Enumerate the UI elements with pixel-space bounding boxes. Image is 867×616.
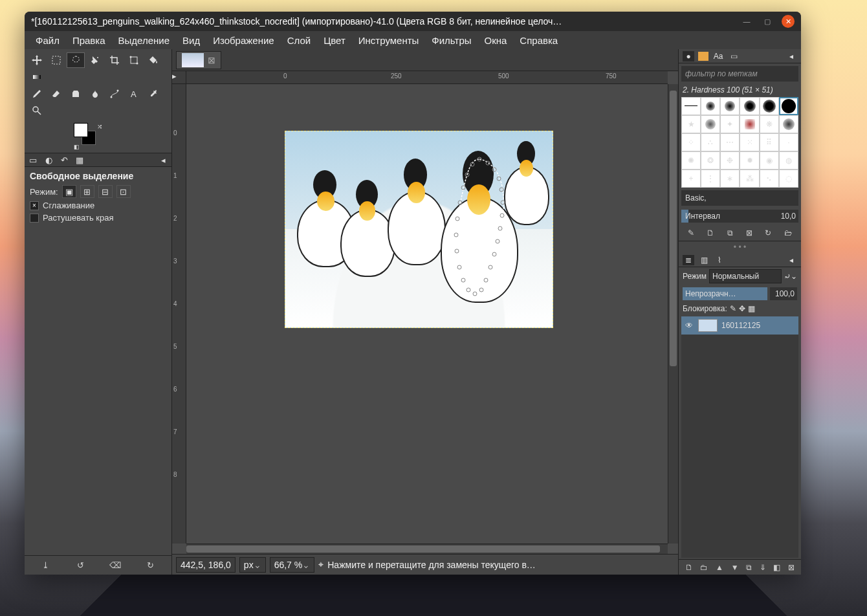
brush-item[interactable]: ★: [681, 115, 701, 133]
brush-item[interactable]: ⁙: [740, 133, 759, 151]
antialias-checkbox[interactable]: ×Сглаживание: [30, 201, 166, 210]
status-zoom-dropdown[interactable]: 66,7 %: [270, 557, 315, 573]
layer-tab-menu-icon[interactable]: ◂: [785, 255, 797, 265]
brush-new-icon[interactable]: 🗋: [707, 228, 714, 237]
tab-menu-icon[interactable]: ◂: [157, 155, 169, 165]
brush-preset-dropdown[interactable]: Basic,: [681, 190, 798, 206]
menu-image[interactable]: Изображение: [207, 33, 280, 48]
dock-separator[interactable]: • • •: [679, 241, 801, 253]
maximize-button[interactable]: ▢: [761, 15, 774, 28]
layer-mask-icon[interactable]: ◧: [773, 563, 780, 572]
tab-paths[interactable]: ⌇: [714, 255, 725, 265]
horizontal-scrollbar[interactable]: [186, 544, 668, 554]
color-swatches[interactable]: ⤭ ◧: [74, 123, 105, 149]
brush-item[interactable]: ⋮: [701, 170, 720, 188]
minimize-button[interactable]: —: [740, 15, 753, 28]
brush-item[interactable]: ❋: [760, 115, 779, 133]
tab-images[interactable]: ▦: [74, 155, 85, 165]
tab-undo-history[interactable]: ↶: [58, 155, 70, 165]
vertical-ruler[interactable]: 0 1 2 3 4 5 6 7 8: [172, 84, 186, 544]
menu-windows[interactable]: Окна: [479, 33, 513, 48]
brush-item[interactable]: [740, 115, 759, 133]
layer-visibility-icon[interactable]: 👁: [684, 321, 694, 330]
delete-preset-icon[interactable]: ⌫: [109, 559, 122, 572]
brush-item[interactable]: ⁘: [681, 133, 701, 151]
brush-item[interactable]: ⁂: [740, 170, 759, 188]
brush-item[interactable]: ·: [779, 133, 798, 151]
mode-replace-icon[interactable]: ▣: [62, 185, 76, 198]
brush-item[interactable]: ⠢: [760, 170, 779, 188]
free-select-tool[interactable]: [67, 52, 85, 68]
layer-up-icon[interactable]: ▲: [716, 563, 723, 572]
tab-device-status[interactable]: ◐: [43, 155, 54, 165]
brush-item[interactable]: ◍: [779, 151, 798, 170]
crop-tool[interactable]: [105, 52, 124, 68]
brush-item[interactable]: [720, 97, 740, 115]
brush-tab-menu-icon[interactable]: ◂: [785, 51, 797, 61]
text-tool[interactable]: A: [125, 86, 143, 102]
feather-checkbox[interactable]: Растушевать края: [30, 213, 166, 223]
brush-item[interactable]: ✹: [740, 151, 759, 170]
mode-add-icon[interactable]: ⊞: [80, 185, 94, 198]
lock-pixels-icon[interactable]: ✎: [730, 304, 736, 313]
tab-tool-options[interactable]: ▭: [27, 155, 39, 165]
menu-edit[interactable]: Правка: [67, 33, 111, 48]
brush-item[interactable]: ✦: [720, 115, 740, 133]
pencil-tool[interactable]: [28, 86, 46, 102]
tab-channels[interactable]: ▥: [698, 255, 710, 265]
brush-item[interactable]: [760, 97, 779, 115]
color-picker-tool[interactable]: [144, 86, 162, 102]
tab-layers[interactable]: ≣: [683, 255, 694, 265]
layer-duplicate-icon[interactable]: ⧉: [746, 563, 752, 572]
brush-item[interactable]: ∴: [701, 133, 720, 151]
menu-filters[interactable]: Фильтры: [426, 33, 477, 48]
zoom-tool[interactable]: [28, 103, 46, 118]
lock-position-icon[interactable]: ✥: [739, 304, 745, 313]
brush-item[interactable]: [701, 115, 720, 133]
status-units-dropdown[interactable]: px: [239, 557, 266, 573]
mode-subtract-icon[interactable]: ⊟: [98, 185, 113, 198]
brush-delete-icon[interactable]: ⊠: [746, 228, 752, 237]
path-tool[interactable]: [105, 86, 124, 102]
layer-item[interactable]: 👁 160112125: [681, 316, 798, 335]
fuzzy-select-tool[interactable]: [86, 52, 104, 68]
layer-mode-dropdown[interactable]: Нормальный: [709, 269, 782, 283]
gradient-tool[interactable]: [28, 69, 46, 85]
layer-delete-icon[interactable]: ⊠: [788, 563, 795, 572]
restore-preset-icon[interactable]: ↺: [74, 559, 87, 572]
layer-name[interactable]: 160112125: [721, 321, 796, 330]
reset-preset-icon[interactable]: ↻: [144, 559, 157, 572]
menu-color[interactable]: Цвет: [318, 33, 351, 48]
brush-duplicate-icon[interactable]: ⧉: [727, 228, 733, 237]
brush-item[interactable]: ❉: [720, 151, 740, 170]
brush-filter-input[interactable]: фильтр по меткам: [681, 66, 798, 82]
brush-edit-icon[interactable]: ✎: [688, 228, 694, 237]
brush-item[interactable]: [740, 97, 759, 115]
brush-item[interactable]: ❂: [701, 151, 720, 170]
menu-file[interactable]: Файл: [30, 33, 65, 48]
brush-item[interactable]: [701, 97, 720, 115]
image-tab-close-icon[interactable]: ⊠: [208, 55, 215, 65]
brush-item[interactable]: ◌: [779, 170, 798, 188]
transform-tool[interactable]: [125, 52, 143, 68]
brush-item[interactable]: ◉: [760, 151, 779, 170]
menu-view[interactable]: Вид: [177, 33, 206, 48]
layer-new-icon[interactable]: 🗋: [685, 563, 693, 572]
layer-down-icon[interactable]: ▼: [731, 563, 739, 572]
brush-refresh-icon[interactable]: ↻: [765, 228, 771, 237]
menu-tools[interactable]: Инструменты: [353, 33, 425, 48]
brush-interval-slider[interactable]: Интервал 10,0: [681, 208, 798, 224]
image-tab[interactable]: ⊠: [176, 51, 221, 69]
tab-brushes[interactable]: ●: [683, 51, 694, 61]
tab-patterns[interactable]: [698, 52, 708, 61]
layer-opacity-slider[interactable]: Непрозрачн… 100,0: [679, 285, 801, 302]
layer-switch-icon[interactable]: ⤾⌄: [784, 272, 797, 281]
menu-select[interactable]: Выделение: [113, 33, 175, 48]
swap-colors-icon[interactable]: ⤭: [97, 123, 102, 130]
brush-item[interactable]: [681, 97, 701, 115]
clone-tool[interactable]: [67, 86, 85, 102]
foreground-color[interactable]: [74, 123, 88, 137]
eraser-tool[interactable]: [47, 86, 65, 102]
bucket-fill-tool[interactable]: [144, 52, 162, 68]
brush-item[interactable]: [779, 115, 798, 133]
